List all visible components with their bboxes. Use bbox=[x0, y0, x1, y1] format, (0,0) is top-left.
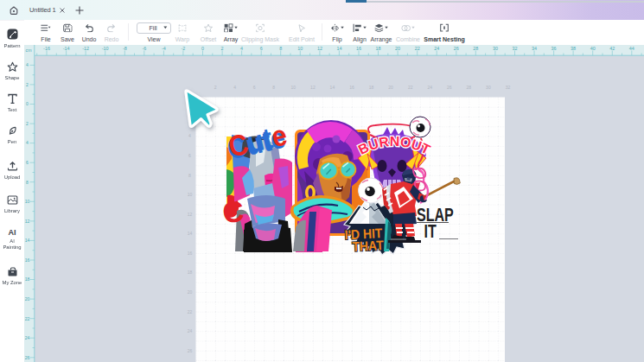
svg-text:2: 2 bbox=[26, 121, 29, 126]
svg-text:6: 6 bbox=[188, 153, 191, 158]
svg-text:30: 30 bbox=[486, 85, 491, 90]
svg-text:20: 20 bbox=[188, 289, 193, 295]
svg-text:18: 18 bbox=[188, 270, 193, 275]
svg-text:16: 16 bbox=[188, 251, 193, 256]
svg-text:6: 6 bbox=[26, 160, 29, 165]
svg-text:THAT: THAT bbox=[352, 238, 384, 254]
svg-text:14: 14 bbox=[330, 85, 335, 90]
svg-text:IT: IT bbox=[424, 221, 437, 242]
svg-text:10: 10 bbox=[297, 46, 303, 51]
svg-text:8: 8 bbox=[26, 180, 29, 185]
svg-text:28: 28 bbox=[473, 46, 478, 51]
svg-text:16: 16 bbox=[25, 257, 30, 263]
svg-text:8: 8 bbox=[272, 85, 275, 90]
svg-text:10: 10 bbox=[291, 85, 296, 90]
svg-text:12: 12 bbox=[25, 219, 30, 224]
svg-text:14: 14 bbox=[336, 46, 341, 51]
svg-text:8: 8 bbox=[279, 46, 282, 51]
svg-text:38: 38 bbox=[571, 46, 576, 51]
svg-text:16: 16 bbox=[356, 46, 361, 51]
svg-text:8: 8 bbox=[188, 173, 191, 178]
svg-text:2: 2 bbox=[221, 46, 224, 51]
svg-text:44: 44 bbox=[629, 46, 634, 51]
svg-text:-10: -10 bbox=[102, 46, 109, 51]
svg-text:18: 18 bbox=[369, 85, 374, 90]
svg-text:-4: -4 bbox=[162, 46, 166, 51]
svg-text:20: 20 bbox=[25, 296, 30, 302]
svg-text:-16: -16 bbox=[43, 46, 50, 51]
svg-text:22: 22 bbox=[25, 316, 30, 321]
svg-text:2: 2 bbox=[26, 82, 29, 87]
svg-text:0: 0 bbox=[201, 46, 204, 51]
svg-text:14: 14 bbox=[25, 238, 30, 243]
svg-text:4: 4 bbox=[26, 140, 29, 145]
svg-text:36: 36 bbox=[552, 46, 557, 51]
svg-text:14: 14 bbox=[188, 231, 193, 236]
svg-text:26: 26 bbox=[454, 46, 459, 51]
svg-text:32: 32 bbox=[506, 85, 511, 90]
svg-text:10: 10 bbox=[188, 192, 193, 197]
svg-text:12: 12 bbox=[188, 212, 193, 217]
svg-text:12: 12 bbox=[310, 85, 316, 90]
svg-text:4: 4 bbox=[240, 46, 243, 51]
svg-text:26: 26 bbox=[447, 85, 452, 90]
svg-text:-6: -6 bbox=[142, 46, 146, 51]
svg-text:18: 18 bbox=[376, 46, 381, 51]
svg-text:24: 24 bbox=[25, 335, 30, 340]
svg-text:28: 28 bbox=[467, 85, 472, 90]
svg-text:2: 2 bbox=[214, 85, 217, 90]
svg-text:C: C bbox=[221, 194, 245, 229]
svg-text:34: 34 bbox=[532, 46, 537, 51]
svg-text:22: 22 bbox=[415, 46, 420, 51]
svg-text:cm: cm bbox=[26, 48, 32, 53]
svg-text:26: 26 bbox=[25, 355, 30, 360]
svg-text:4: 4 bbox=[233, 85, 236, 90]
svg-text:10: 10 bbox=[25, 199, 30, 204]
svg-text:4: 4 bbox=[26, 62, 29, 67]
svg-text:30: 30 bbox=[493, 46, 498, 51]
svg-text:24: 24 bbox=[188, 328, 193, 333]
svg-text:-12: -12 bbox=[82, 46, 89, 51]
svg-text:42: 42 bbox=[609, 46, 615, 51]
svg-text:32: 32 bbox=[513, 46, 518, 51]
svg-text:18: 18 bbox=[25, 276, 30, 282]
svg-text:24: 24 bbox=[427, 85, 432, 90]
svg-text:20: 20 bbox=[388, 85, 393, 90]
svg-text:22: 22 bbox=[188, 309, 193, 314]
svg-text:16: 16 bbox=[349, 85, 354, 90]
svg-text:12: 12 bbox=[317, 46, 322, 51]
svg-text:-2: -2 bbox=[182, 46, 186, 51]
svg-text:20: 20 bbox=[395, 46, 400, 51]
svg-text:6: 6 bbox=[253, 85, 256, 90]
svg-text:40: 40 bbox=[590, 46, 596, 51]
svg-text:22: 22 bbox=[408, 85, 413, 90]
svg-text:-14: -14 bbox=[63, 46, 70, 51]
svg-text:6: 6 bbox=[260, 46, 263, 51]
svg-text:24: 24 bbox=[434, 46, 439, 51]
svg-text:4: 4 bbox=[188, 133, 191, 138]
svg-text:0: 0 bbox=[26, 101, 29, 106]
svg-text:26: 26 bbox=[188, 348, 193, 353]
svg-text:-8: -8 bbox=[123, 46, 127, 51]
